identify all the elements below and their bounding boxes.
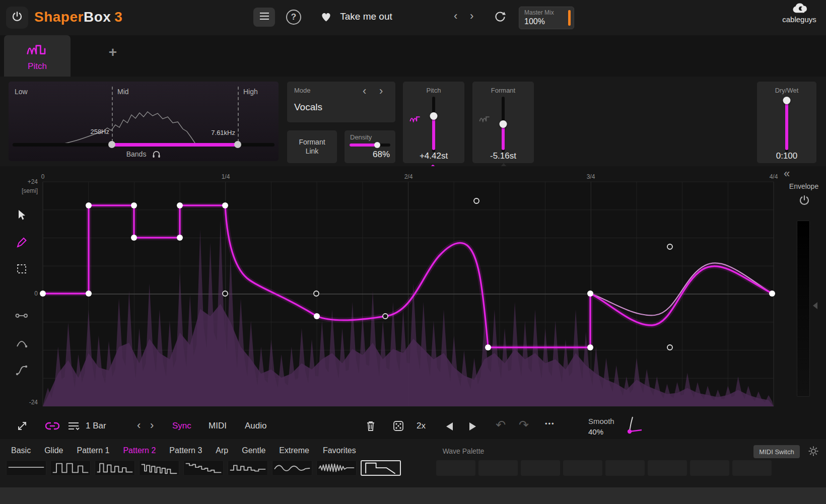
undo-icon[interactable]: ↶ [496,418,506,432]
bands-footer[interactable]: Bands [9,150,279,160]
pattern-tab-pattern-2[interactable]: Pattern 2 [123,446,156,455]
favorite-heart-icon[interactable] [320,12,332,24]
wave-thumbnail-1[interactable] [6,460,46,476]
formant-panel[interactable]: Formant -5.16st [472,82,534,163]
app-logo: ShaperBox3 [34,9,122,25]
formant-slider-handle[interactable] [500,120,507,128]
band-handle-low[interactable] [108,141,115,148]
envelope-amount-slider[interactable] [797,221,810,397]
pattern-tab-basic[interactable]: Basic [11,446,31,455]
drywet-slider-handle[interactable] [783,97,791,104]
wave-thumbnail-7[interactable] [272,460,312,476]
formant-link-button[interactable]: Formant Link [287,130,337,163]
envelope-power-icon[interactable] [798,194,810,208]
menu-button[interactable] [253,8,275,27]
preset-next-icon[interactable]: › [470,11,473,22]
power-button[interactable] [6,7,28,29]
palette-slot-7[interactable] [690,460,729,476]
palette-slot-4[interactable] [563,460,602,476]
tab-pitch[interactable]: Pitch [4,35,71,77]
pattern-tab-pattern-1[interactable]: Pattern 1 [77,446,109,455]
transport-bar: 1 Bar ‹ › Sync MIDI Audio 2x ↶ ↷ ••• Smo… [0,416,826,439]
midi-button[interactable]: MIDI [209,421,227,431]
collapse-icon[interactable]: « [784,167,790,180]
wave-thumbnail-2[interactable] [50,460,91,476]
pattern-tab-arp[interactable]: Arp [216,446,228,455]
pitch-panel[interactable]: Pitch +4.42st [403,82,464,163]
pitch-wave-tab-icon [4,41,71,58]
density-handle[interactable] [374,142,380,148]
band-freq-high: 7.61kHz [194,129,235,136]
headphones-icon[interactable] [152,150,161,160]
play-reverse-icon[interactable] [446,422,453,430]
link-icon[interactable] [45,420,59,434]
length-prev-icon[interactable]: ‹ [137,420,141,431]
pattern-tab-extreme[interactable]: Extreme [279,446,309,455]
s-curve-mode-icon[interactable] [15,364,28,377]
mode-value[interactable]: Vocals [294,102,322,113]
envelope-editor: 01/42/43/44/4 +24 [semi] 0 -24 « Envelop… [0,166,826,439]
pattern-tab-glide[interactable]: Glide [44,446,63,455]
band-handle-high[interactable] [234,141,241,148]
cursor-tool-icon[interactable] [15,208,28,222]
add-tab-button[interactable]: + [104,44,122,60]
gear-icon[interactable] [808,446,819,459]
mode-panel[interactable]: Mode ‹ › Vocals [287,82,395,122]
density-slider[interactable] [350,143,390,147]
scale-zero-label: 0 [13,290,38,297]
length-next-icon[interactable]: › [150,420,154,431]
length-value[interactable]: 1 Bar [86,421,106,431]
wave-thumbnail-5[interactable] [183,460,224,476]
curve-mode-icon[interactable] [15,336,28,349]
wave-thumbnail-6[interactable] [228,460,268,476]
more-icon[interactable]: ••• [545,420,555,427]
bands-panel[interactable]: Low Mid High 258Hz 7.61kHz Bands [9,82,279,161]
pattern-tab-gentle[interactable]: Gentle [242,446,265,455]
band-split-mid-high[interactable] [238,87,239,142]
palette-slot-5[interactable] [605,460,645,476]
wave-menu-icon[interactable] [67,421,80,433]
palette-slot-3[interactable] [521,460,560,476]
pitch-slider-handle[interactable] [430,112,438,120]
preset-name[interactable]: Take me out [333,11,399,22]
mode-next-icon[interactable]: › [379,86,383,97]
density-panel[interactable]: Density 68% [345,130,395,163]
wave-palette-slots [436,460,772,476]
wave-thumbnail-4[interactable] [139,460,179,476]
loop-button[interactable] [490,8,511,28]
trash-icon[interactable] [366,420,376,434]
palette-slot-8[interactable] [732,460,772,476]
marquee-tool-icon[interactable] [15,262,28,275]
mode-prev-icon[interactable]: ‹ [363,86,366,97]
preset-prev-icon[interactable]: ‹ [454,11,457,22]
midi-switch-button[interactable]: MIDI Switch [753,445,800,458]
sync-button[interactable]: Sync [172,421,191,431]
palette-slot-2[interactable] [478,460,518,476]
line-mode-icon[interactable] [15,309,28,322]
wave-thumbnail-8[interactable] [316,460,357,476]
shaperbox-window: ShaperBox3 ? Take me out ‹ › Master Mix … [0,0,826,504]
pattern-tab-favorites[interactable]: Favorites [323,446,356,455]
drywet-panel[interactable]: Dry/Wet 0:100 [757,82,816,163]
master-mix[interactable]: Master Mix 100% [519,7,574,29]
redo-icon[interactable]: ↷ [519,418,529,432]
cableguys-logo: cableguys [778,3,820,24]
expand-icon[interactable] [16,420,28,434]
envelope-editor-canvas[interactable] [0,166,826,418]
wave-thumbnail-3[interactable] [95,460,135,476]
wave-thumbnail-9[interactable] [361,460,401,476]
pattern-tab-pattern-3[interactable]: Pattern 3 [169,446,202,455]
palette-slot-6[interactable] [648,460,687,476]
pen-tool-icon[interactable] [15,236,28,249]
smooth-control[interactable]: Smooth 40% [588,417,621,436]
audio-button[interactable]: Audio [245,421,266,431]
palette-slot-1[interactable] [436,460,475,476]
dice-icon[interactable] [393,420,404,434]
window-footer [0,487,826,504]
band-split-low-mid[interactable] [112,87,113,142]
slider-arrow-icon[interactable] [813,302,817,309]
speed-multiplier[interactable]: 2x [417,421,426,431]
play-forward-icon[interactable] [469,422,476,430]
help-button[interactable]: ? [286,10,301,25]
smooth-curve-icon[interactable] [624,416,645,437]
